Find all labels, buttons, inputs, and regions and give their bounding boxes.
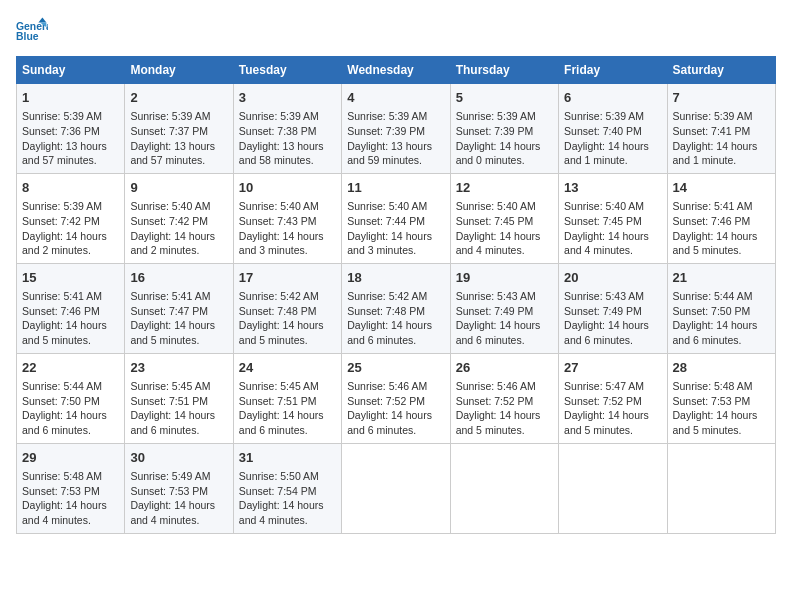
- sunset-text: Sunset: 7:40 PM: [564, 125, 642, 137]
- sunrise-text: Sunrise: 5:41 AM: [130, 290, 210, 302]
- sunrise-text: Sunrise: 5:40 AM: [239, 200, 319, 212]
- sunrise-text: Sunrise: 5:44 AM: [22, 380, 102, 392]
- sunset-text: Sunset: 7:51 PM: [239, 395, 317, 407]
- calendar-cell: 30Sunrise: 5:49 AMSunset: 7:53 PMDayligh…: [125, 443, 233, 533]
- day-number: 3: [239, 89, 336, 107]
- day-number: 18: [347, 269, 444, 287]
- sunrise-text: Sunrise: 5:40 AM: [347, 200, 427, 212]
- sunrise-text: Sunrise: 5:39 AM: [22, 200, 102, 212]
- sunrise-text: Sunrise: 5:39 AM: [130, 110, 210, 122]
- sunrise-text: Sunrise: 5:39 AM: [564, 110, 644, 122]
- day-number: 30: [130, 449, 227, 467]
- day-number: 24: [239, 359, 336, 377]
- calendar-cell: 11Sunrise: 5:40 AMSunset: 7:44 PMDayligh…: [342, 173, 450, 263]
- week-row-3: 15Sunrise: 5:41 AMSunset: 7:46 PMDayligh…: [17, 263, 776, 353]
- calendar-cell: 8Sunrise: 5:39 AMSunset: 7:42 PMDaylight…: [17, 173, 125, 263]
- day-number: 21: [673, 269, 770, 287]
- calendar-cell: 9Sunrise: 5:40 AMSunset: 7:42 PMDaylight…: [125, 173, 233, 263]
- calendar-cell: 13Sunrise: 5:40 AMSunset: 7:45 PMDayligh…: [559, 173, 667, 263]
- day-number: 26: [456, 359, 553, 377]
- calendar-cell: 5Sunrise: 5:39 AMSunset: 7:39 PMDaylight…: [450, 84, 558, 174]
- daylight-text: Daylight: 14 hours and 6 minutes.: [456, 319, 541, 346]
- header: General Blue: [16, 16, 776, 48]
- sunset-text: Sunset: 7:39 PM: [456, 125, 534, 137]
- day-header-tuesday: Tuesday: [233, 57, 341, 84]
- calendar-cell: 17Sunrise: 5:42 AMSunset: 7:48 PMDayligh…: [233, 263, 341, 353]
- day-number: 25: [347, 359, 444, 377]
- svg-marker-2: [38, 18, 46, 23]
- sunset-text: Sunset: 7:54 PM: [239, 485, 317, 497]
- day-number: 17: [239, 269, 336, 287]
- calendar-cell: 14Sunrise: 5:41 AMSunset: 7:46 PMDayligh…: [667, 173, 775, 263]
- calendar-cell: 12Sunrise: 5:40 AMSunset: 7:45 PMDayligh…: [450, 173, 558, 263]
- week-row-1: 1Sunrise: 5:39 AMSunset: 7:36 PMDaylight…: [17, 84, 776, 174]
- daylight-text: Daylight: 14 hours and 6 minutes.: [564, 319, 649, 346]
- daylight-text: Daylight: 14 hours and 5 minutes.: [673, 409, 758, 436]
- day-number: 20: [564, 269, 661, 287]
- day-number: 13: [564, 179, 661, 197]
- calendar-cell: 18Sunrise: 5:42 AMSunset: 7:48 PMDayligh…: [342, 263, 450, 353]
- daylight-text: Daylight: 14 hours and 3 minutes.: [239, 230, 324, 257]
- day-number: 9: [130, 179, 227, 197]
- logo-icon: General Blue: [16, 16, 48, 48]
- calendar-cell: 22Sunrise: 5:44 AMSunset: 7:50 PMDayligh…: [17, 353, 125, 443]
- daylight-text: Daylight: 14 hours and 2 minutes.: [22, 230, 107, 257]
- calendar-cell: 25Sunrise: 5:46 AMSunset: 7:52 PMDayligh…: [342, 353, 450, 443]
- sunset-text: Sunset: 7:52 PM: [456, 395, 534, 407]
- day-number: 10: [239, 179, 336, 197]
- sunset-text: Sunset: 7:53 PM: [130, 485, 208, 497]
- day-number: 22: [22, 359, 119, 377]
- sunrise-text: Sunrise: 5:39 AM: [456, 110, 536, 122]
- daylight-text: Daylight: 14 hours and 1 minute.: [673, 140, 758, 167]
- calendar-cell: 27Sunrise: 5:47 AMSunset: 7:52 PMDayligh…: [559, 353, 667, 443]
- daylight-text: Daylight: 13 hours and 57 minutes.: [22, 140, 107, 167]
- day-number: 14: [673, 179, 770, 197]
- daylight-text: Daylight: 14 hours and 5 minutes.: [22, 319, 107, 346]
- calendar-cell: [450, 443, 558, 533]
- sunset-text: Sunset: 7:42 PM: [130, 215, 208, 227]
- calendar-cell: 15Sunrise: 5:41 AMSunset: 7:46 PMDayligh…: [17, 263, 125, 353]
- daylight-text: Daylight: 14 hours and 4 minutes.: [456, 230, 541, 257]
- day-number: 28: [673, 359, 770, 377]
- sunset-text: Sunset: 7:46 PM: [22, 305, 100, 317]
- sunset-text: Sunset: 7:38 PM: [239, 125, 317, 137]
- sunrise-text: Sunrise: 5:45 AM: [239, 380, 319, 392]
- calendar-cell: 20Sunrise: 5:43 AMSunset: 7:49 PMDayligh…: [559, 263, 667, 353]
- sunrise-text: Sunrise: 5:48 AM: [22, 470, 102, 482]
- day-header-thursday: Thursday: [450, 57, 558, 84]
- daylight-text: Daylight: 14 hours and 6 minutes.: [239, 409, 324, 436]
- daylight-text: Daylight: 14 hours and 5 minutes.: [456, 409, 541, 436]
- sunset-text: Sunset: 7:45 PM: [456, 215, 534, 227]
- svg-text:Blue: Blue: [16, 31, 39, 42]
- week-row-2: 8Sunrise: 5:39 AMSunset: 7:42 PMDaylight…: [17, 173, 776, 263]
- calendar-cell: 26Sunrise: 5:46 AMSunset: 7:52 PMDayligh…: [450, 353, 558, 443]
- daylight-text: Daylight: 14 hours and 0 minutes.: [456, 140, 541, 167]
- day-header-sunday: Sunday: [17, 57, 125, 84]
- daylight-text: Daylight: 14 hours and 6 minutes.: [22, 409, 107, 436]
- daylight-text: Daylight: 14 hours and 5 minutes.: [564, 409, 649, 436]
- day-number: 15: [22, 269, 119, 287]
- calendar-cell: 24Sunrise: 5:45 AMSunset: 7:51 PMDayligh…: [233, 353, 341, 443]
- header-row: SundayMondayTuesdayWednesdayThursdayFrid…: [17, 57, 776, 84]
- sunset-text: Sunset: 7:39 PM: [347, 125, 425, 137]
- calendar-cell: [667, 443, 775, 533]
- sunrise-text: Sunrise: 5:39 AM: [22, 110, 102, 122]
- daylight-text: Daylight: 13 hours and 59 minutes.: [347, 140, 432, 167]
- sunrise-text: Sunrise: 5:39 AM: [239, 110, 319, 122]
- day-number: 2: [130, 89, 227, 107]
- sunrise-text: Sunrise: 5:42 AM: [347, 290, 427, 302]
- sunrise-text: Sunrise: 5:39 AM: [673, 110, 753, 122]
- sunrise-text: Sunrise: 5:40 AM: [130, 200, 210, 212]
- sunrise-text: Sunrise: 5:39 AM: [347, 110, 427, 122]
- sunset-text: Sunset: 7:46 PM: [673, 215, 751, 227]
- daylight-text: Daylight: 14 hours and 4 minutes.: [130, 499, 215, 526]
- sunset-text: Sunset: 7:52 PM: [347, 395, 425, 407]
- sunset-text: Sunset: 7:48 PM: [239, 305, 317, 317]
- day-number: 29: [22, 449, 119, 467]
- sunset-text: Sunset: 7:50 PM: [22, 395, 100, 407]
- day-header-friday: Friday: [559, 57, 667, 84]
- sunrise-text: Sunrise: 5:41 AM: [673, 200, 753, 212]
- sunrise-text: Sunrise: 5:45 AM: [130, 380, 210, 392]
- daylight-text: Daylight: 14 hours and 5 minutes.: [673, 230, 758, 257]
- daylight-text: Daylight: 14 hours and 6 minutes.: [347, 319, 432, 346]
